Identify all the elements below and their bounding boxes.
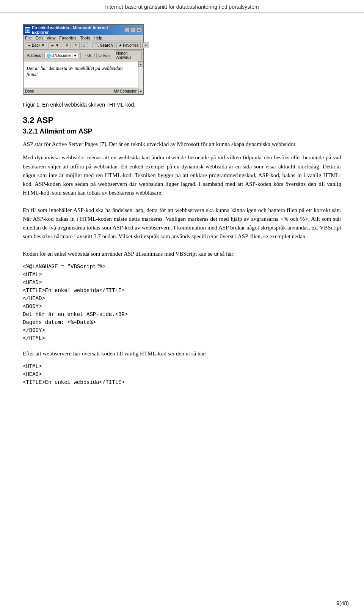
back-button[interactable]: ◄ Back ▼ [25, 42, 47, 48]
close-button[interactable]: × [136, 28, 142, 32]
code-block-1: <%@LANGUAGE = "VBScript"%> <HTML> <HEAD>… [23, 263, 341, 343]
menu-favorites[interactable]: Favorites [59, 36, 76, 40]
go-label: Go [87, 53, 92, 58]
browser-title: En enkel webbsida - Microsoft Internet E… [32, 25, 124, 35]
paragraph-3: En fil som innehåller ASP-kod ska ha änd… [23, 206, 341, 241]
address-label: Address [25, 53, 43, 58]
search-icon: 🔍 [95, 43, 99, 47]
browser-mockup: e En enkel webbsida - Microsoft Internet… [23, 24, 144, 95]
links-label: Links [99, 53, 107, 58]
paragraph-2: Med dynamiska webbsidor menas att en web… [23, 153, 341, 197]
browser-content-text: Det är här det mesta av innehållet på we… [27, 65, 135, 77]
page-number: 9(48) [336, 600, 349, 606]
paragraph-1: ASP står för Active Server Pages [7]. De… [23, 140, 341, 149]
more-button[interactable]: » [142, 42, 149, 48]
code2-line-3: <TITLE>En enkel webbsida</TITLE> [23, 379, 341, 387]
favorites-label: Favorites [123, 43, 138, 47]
menu-view[interactable]: View [47, 36, 56, 40]
scrollbar-track [138, 67, 143, 89]
back-icon: ◄ [27, 43, 31, 47]
back-label: Back [32, 43, 40, 47]
search-label: Search [100, 43, 113, 47]
browser-content-area: Det är här det mesta av innehållet på we… [24, 61, 138, 88]
refresh-button[interactable]: ↻ [72, 42, 80, 48]
figure-caption: Figur 1: En enkel webbsida skriven i HTM… [23, 102, 341, 108]
browser-scrollbar[interactable]: ▲ ▼ [138, 61, 143, 94]
browser-statusbar: Done My Computer [24, 88, 138, 94]
code-line-7: Det här är en enkel ASP-sida.<BR> [23, 311, 341, 319]
favorites-icon: ★ [119, 43, 122, 47]
browser-menubar: File Edit View Favorites Tools Help [24, 35, 143, 41]
browser-main-content: Det är här det mesta av innehållet på we… [24, 61, 138, 94]
menu-edit[interactable]: Edit [36, 36, 43, 40]
address-dropdown: ▼ [73, 53, 77, 58]
main-content: e En enkel webbsida - Microsoft Internet… [0, 13, 364, 416]
code-line-6: <BODY> [23, 303, 341, 311]
code-line-4: <TITLE>En enkel webbsida</TITLE> [23, 287, 341, 295]
scrollbar-down-arrow[interactable]: ▼ [138, 89, 143, 94]
menu-help[interactable]: Help [94, 36, 102, 40]
code2-line-1: <HTML> [23, 363, 341, 371]
links-button[interactable]: Links » [96, 53, 113, 58]
stop-button[interactable]: ✕ [63, 42, 71, 48]
forward-button[interactable]: ► ▼ [49, 42, 61, 48]
browser-titlebar: e En enkel webbsida - Microsoft Internet… [24, 25, 143, 35]
back-dropdown: ▼ [41, 43, 45, 47]
address-input[interactable]: 🌐 D:\Documen ▼ [44, 53, 79, 58]
header-title: Internet-baserat gränssnitt för databash… [105, 4, 259, 10]
search-button[interactable]: 🔍 Search [93, 42, 115, 48]
go-button[interactable]: → Go [80, 53, 94, 58]
section-321-heading: 3.2.1 Allmänt om ASP [23, 127, 341, 135]
code-line-2: <HTML> [23, 271, 341, 279]
code-line-1: <%@LANGUAGE = "VBScript"%> [23, 263, 341, 271]
browser-addressbar: Address 🌐 D:\Documen ▼ → Go Links » Nort… [24, 50, 143, 61]
titlebar-left: e En enkel webbsida - Microsoft Internet… [25, 25, 124, 35]
antivirus-button[interactable]: Norton AntiVirus [114, 50, 142, 60]
antivirus-label: Norton AntiVirus [116, 51, 140, 60]
page-header: Internet-baserat gränssnitt för databash… [0, 0, 364, 13]
section-32-heading: 3.2 ASP [23, 115, 341, 125]
status-left: Done [25, 89, 34, 93]
code-line-10: </HTML> [23, 335, 341, 343]
browser-toolbar: ◄ Back ▼ ► ▼ ✕ ↻ ⌂ 🔍 Search ★ Favorites … [24, 41, 143, 50]
code-line-5: </HEAD> [23, 295, 341, 303]
browser-icon: e [25, 27, 30, 33]
forward-icon: ► [51, 43, 55, 47]
forward-dropdown: ▼ [55, 43, 59, 47]
code-line-9: </BODY> [23, 327, 341, 335]
status-right: My Computer [114, 89, 136, 93]
scrollbar-up-arrow[interactable]: ▲ [138, 61, 143, 67]
favorites-button[interactable]: ★ Favorites [116, 42, 141, 48]
menu-file[interactable]: File [25, 36, 32, 40]
titlebar-buttons: _ □ × [124, 28, 142, 32]
code2-line-2: <HEAD> [23, 371, 341, 379]
page-footer: 9(48) [336, 600, 349, 606]
browser-body: Det är här det mesta av innehållet på we… [24, 61, 143, 94]
links-arrow: » [108, 53, 110, 58]
minimize-button[interactable]: _ [124, 28, 130, 32]
paragraph-4: Koden för en enkel webbsida som använder… [23, 250, 341, 258]
maximize-button[interactable]: □ [130, 28, 136, 32]
code-line-3: <HEAD> [23, 279, 341, 287]
code-block-2: <HTML> <HEAD> <TITLE>En enkel webbsida</… [23, 363, 341, 387]
address-icon: 🌐 [46, 53, 51, 58]
home-button[interactable]: ⌂ [81, 42, 88, 48]
address-value: D:\Documen [52, 53, 73, 58]
menu-tools[interactable]: Tools [80, 36, 90, 40]
code-line-8: Dagens datum: <%=Date%> [23, 319, 341, 327]
paragraph-5: Efter att webbservern har översatt koden… [23, 349, 341, 358]
go-icon: → [83, 53, 86, 58]
